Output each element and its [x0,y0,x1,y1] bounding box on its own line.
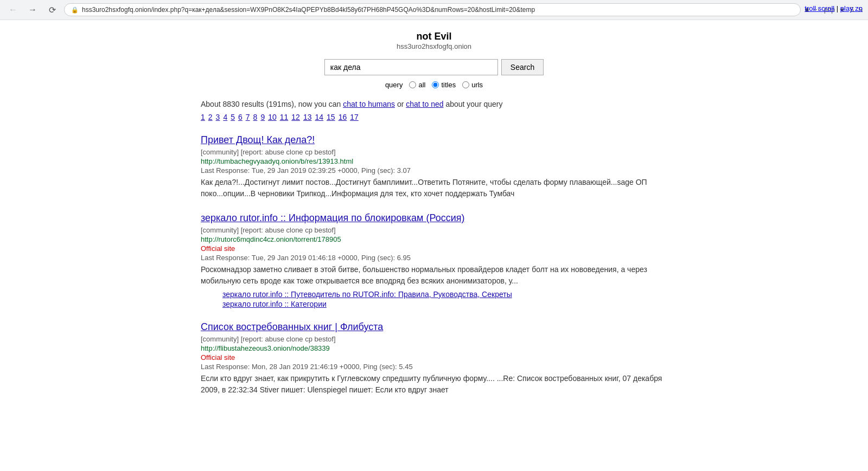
result-snippet-2: Роскомнадзор заметно сливает в этой битв… [201,264,667,287]
page-11[interactable]: 11 [280,113,289,121]
result-title-3[interactable]: Список востребованных книг | Флибуста [201,321,667,333]
site-header: not Evil hss3uro2hsxfogfq.onion [201,31,667,50]
page-3[interactable]: 3 [216,113,220,121]
results-suffix: about your query [445,100,502,108]
result-title-1[interactable]: Привет Двощ! Как дела?! [201,134,667,146]
sublink-2-2[interactable]: зеркало rutor.info :: Категории [222,300,667,308]
result-url-1[interactable]: http://tumbachegvyaadyq.onion/b/res/1391… [201,157,667,165]
urls-radio-label[interactable]: urls [462,81,483,89]
search-input[interactable] [324,59,498,75]
result-item-3: Список востребованных книг | Флибуста [c… [201,321,667,396]
urls-radio[interactable] [462,81,469,88]
titles-radio-label[interactable]: titles [432,81,456,89]
result-ping-3: Last Response: Mon, 28 Jan 2019 21:46:19… [201,363,667,371]
page-14[interactable]: 14 [315,113,323,121]
result-meta-1: [community] [report: abuse clone cp best… [201,148,667,156]
all-radio-label[interactable]: all [409,81,425,89]
page-16[interactable]: 16 [339,113,347,121]
all-radio[interactable] [409,81,416,88]
result-meta-2: [community] [report: abuse clone cp best… [201,226,667,234]
page-5[interactable]: 5 [231,113,235,121]
reload-button[interactable]: ⟳ [44,2,60,17]
result-snippet-1: Как дела?!...Достигнут лимит постов...До… [201,177,667,199]
result-snippet-3: Если кто вдруг знает, как прикрутить к Г… [201,373,667,396]
page-10[interactable]: 10 [268,113,277,121]
search-button[interactable]: Search [501,59,544,75]
titles-radio[interactable] [432,81,439,88]
page-12[interactable]: 12 [291,113,300,121]
lock-icon: 🔒 [71,7,79,14]
address-bar[interactable]: 🔒 hss3uro2hsxfogfq.onion/index.php?q=как… [64,3,801,16]
url-text: hss3uro2hsxfogfq.onion/index.php?q=как+д… [82,6,794,14]
search-options: query all titles urls [201,81,667,89]
query-label: query [385,81,403,89]
result-item-2: зеркало rutor.info :: Информация по блок… [201,212,667,308]
result-sublinks-2: зеркало rutor.info :: Путеводитель по RU… [201,290,667,308]
page-7[interactable]: 7 [246,113,250,121]
result-url-3[interactable]: http://flibustahezeous3.onion/node/38339 [201,344,667,352]
forward-button[interactable]: → [25,2,40,17]
page-6[interactable]: 6 [238,113,242,121]
result-title-2[interactable]: зеркало rutor.info :: Информация по блок… [201,212,667,224]
search-form: Search [201,59,667,75]
result-official-2: Official site [201,244,667,253]
page-9[interactable]: 9 [260,113,265,121]
result-ping-1: Last Response: Tue, 29 Jan 2019 02:39:25… [201,166,667,175]
results-text: About 8830 results (191ms), now you can [201,100,341,108]
page-content: not Evil hss3uro2hsxfogfq.onion Search q… [190,20,678,420]
page-4[interactable]: 4 [223,113,227,121]
sublink-2-1[interactable]: зеркало rutor.info :: Путеводитель по RU… [222,290,667,299]
result-official-3: Official site [201,353,667,362]
chat-ned-link[interactable]: chat to ned [406,100,443,108]
result-url-2[interactable]: http://rutorc6mqdinc4cz.onion/torrent/17… [201,235,667,243]
result-ping-2: Last Response: Tue, 29 Jan 2019 01:46:18… [201,254,667,262]
pagination: 1 2 3 4 5 6 7 8 9 10 11 12 13 14 15 16 1… [201,113,667,121]
page-1[interactable]: 1 [201,113,205,121]
page-17[interactable]: 17 [350,113,359,121]
play-zo-link[interactable]: play zo [840,4,863,12]
troll-scroll-link[interactable]: troll scroll [805,4,834,12]
page-2[interactable]: 2 [208,113,213,121]
chat-humans-link[interactable]: chat to humans [343,100,395,108]
result-item-1: Привет Двощ! Как дела?! [community] [rep… [201,134,667,199]
results-info: About 8830 results (191ms), now you can … [201,100,667,108]
back-button[interactable]: ← [5,2,21,17]
site-domain: hss3uro2hsxfogfq.onion [201,42,667,50]
page-13[interactable]: 13 [303,113,312,121]
browser-chrome: ← → ⟳ 🔒 hss3uro2hsxfogfq.onion/index.php… [0,0,868,20]
top-right-links: troll scroll | play zo [805,4,863,12]
site-title: not Evil [201,31,667,42]
result-meta-3: [community] [report: abuse clone cp best… [201,335,667,343]
page-8[interactable]: 8 [253,113,258,121]
page-15[interactable]: 15 [327,113,335,121]
or-text: or [397,100,404,108]
